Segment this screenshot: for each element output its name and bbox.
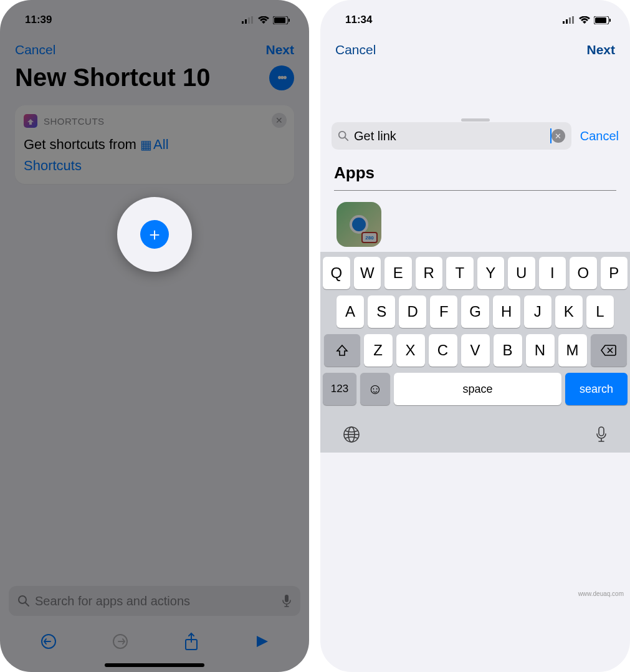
home-indicator[interactable] bbox=[105, 663, 204, 667]
close-icon: ✕ bbox=[275, 115, 283, 125]
dictate-button[interactable] bbox=[595, 426, 608, 443]
dictate-icon[interactable] bbox=[282, 594, 292, 608]
svg-rect-15 bbox=[566, 19, 568, 24]
cancel-button[interactable]: Cancel bbox=[15, 42, 55, 57]
nav-bar: Cancel Next bbox=[0, 31, 309, 60]
key-d[interactable]: D bbox=[399, 295, 426, 328]
svg-rect-3 bbox=[251, 16, 253, 24]
search-input[interactable]: Get link ✕ bbox=[332, 122, 571, 150]
svg-rect-20 bbox=[609, 19, 611, 22]
card-prefix-text: Get shortcuts from bbox=[24, 137, 136, 152]
key-w[interactable]: W bbox=[354, 257, 381, 289]
svg-rect-26 bbox=[599, 427, 604, 436]
more-button[interactable]: ••• bbox=[269, 65, 294, 90]
cancel-search-button[interactable]: Cancel bbox=[580, 129, 619, 143]
key-k[interactable]: K bbox=[555, 295, 583, 328]
svg-point-21 bbox=[339, 132, 346, 138]
key-g[interactable]: G bbox=[461, 295, 489, 328]
action-card[interactable]: SHORTCUTS ✕ Get shortcuts from ▦All Shor… bbox=[15, 105, 294, 184]
key-search[interactable]: search bbox=[565, 373, 628, 405]
battery-icon bbox=[273, 16, 290, 24]
shortcut-title: New Shortcut 10 bbox=[15, 64, 210, 92]
key-q[interactable]: Q bbox=[323, 257, 350, 289]
key-x[interactable]: X bbox=[396, 334, 425, 367]
status-bar: 11:39 bbox=[0, 0, 309, 31]
nav-bar-bg: Cancel Next bbox=[320, 31, 630, 60]
svg-line-22 bbox=[345, 138, 348, 141]
svg-line-9 bbox=[26, 603, 29, 606]
title-row: New Shortcut 10 ••• bbox=[0, 60, 309, 98]
key-backspace[interactable] bbox=[591, 334, 627, 367]
card-app-label: SHORTCUTS bbox=[44, 116, 105, 127]
search-value: Get link bbox=[354, 129, 550, 143]
key-shift[interactable] bbox=[324, 334, 360, 367]
card-close-button[interactable]: ✕ bbox=[272, 113, 287, 128]
kb-row-1: Q W E R T Y U I O P bbox=[323, 257, 628, 289]
key-e[interactable]: E bbox=[384, 257, 412, 289]
action-picker-sheet: Get link ✕ Cancel Apps 280 Maps Actions bbox=[320, 115, 630, 453]
key-emoji[interactable]: ☺ bbox=[360, 373, 390, 405]
keyboard-bottom-bar bbox=[320, 416, 630, 453]
key-v[interactable]: V bbox=[461, 334, 490, 367]
key-m[interactable]: M bbox=[558, 334, 587, 367]
status-icons bbox=[563, 16, 611, 24]
key-r[interactable]: R bbox=[416, 257, 443, 289]
kb-row-3: Z X C V B N M bbox=[323, 334, 628, 367]
key-t[interactable]: T bbox=[446, 257, 474, 289]
key-c[interactable]: C bbox=[429, 334, 457, 367]
card-subline[interactable]: Shortcuts bbox=[24, 153, 285, 174]
key-a[interactable]: A bbox=[336, 295, 364, 328]
grid-icon: ▦ bbox=[140, 138, 152, 151]
close-icon: ✕ bbox=[555, 132, 561, 141]
card-folder-value[interactable]: All bbox=[153, 137, 168, 152]
keyboard[interactable]: Q W E R T Y U I O P A S D F G H J K L bbox=[320, 252, 630, 416]
add-action-button[interactable]: ＋ bbox=[140, 220, 169, 249]
section-apps-title: Apps bbox=[320, 150, 630, 190]
search-bar[interactable]: Search for apps and actions bbox=[9, 586, 300, 616]
emoji-icon: ☺ bbox=[368, 380, 383, 398]
key-p[interactable]: P bbox=[601, 257, 628, 289]
svg-point-8 bbox=[19, 596, 26, 603]
backspace-icon bbox=[601, 344, 617, 357]
bottom-toolbar bbox=[0, 623, 309, 666]
svg-rect-0 bbox=[242, 21, 244, 24]
key-j[interactable]: J bbox=[524, 295, 551, 328]
sheet-grabber[interactable] bbox=[461, 118, 490, 122]
add-action-highlight: ＋ bbox=[117, 197, 192, 272]
run-button[interactable] bbox=[254, 634, 269, 649]
key-u[interactable]: U bbox=[508, 257, 535, 289]
battery-icon bbox=[594, 16, 611, 24]
svg-rect-16 bbox=[569, 17, 571, 24]
key-h[interactable]: H bbox=[493, 295, 520, 328]
wifi-icon bbox=[579, 16, 590, 24]
undo-button[interactable] bbox=[41, 633, 57, 650]
search-icon bbox=[338, 130, 349, 142]
globe-button[interactable] bbox=[343, 426, 360, 443]
key-123[interactable]: 123 bbox=[323, 373, 356, 405]
key-o[interactable]: O bbox=[570, 257, 597, 289]
key-l[interactable]: L bbox=[586, 295, 614, 328]
next-button[interactable]: Next bbox=[265, 42, 294, 57]
svg-rect-5 bbox=[274, 17, 285, 23]
key-s[interactable]: S bbox=[368, 295, 395, 328]
key-n[interactable]: N bbox=[526, 334, 555, 367]
left-screenshot: 11:39 Cancel Next New Shortcut 10 ••• SH… bbox=[0, 0, 309, 672]
key-f[interactable]: F bbox=[430, 295, 457, 328]
clear-search-button[interactable]: ✕ bbox=[551, 129, 565, 143]
kb-row-2: A S D F G H J K L bbox=[323, 295, 628, 328]
key-z[interactable]: Z bbox=[364, 334, 393, 367]
share-button[interactable] bbox=[184, 632, 199, 651]
key-b[interactable]: B bbox=[494, 334, 522, 367]
status-time: 11:39 bbox=[25, 14, 52, 26]
ellipsis-icon: ••• bbox=[278, 71, 286, 84]
svg-rect-14 bbox=[563, 21, 565, 24]
svg-rect-19 bbox=[595, 17, 606, 23]
shift-icon bbox=[336, 344, 348, 357]
key-space[interactable]: space bbox=[394, 373, 561, 405]
watermark: www.deuaq.com bbox=[578, 590, 624, 597]
svg-rect-17 bbox=[572, 16, 574, 24]
redo-button bbox=[112, 633, 128, 650]
key-i[interactable]: I bbox=[539, 257, 566, 289]
key-y[interactable]: Y bbox=[477, 257, 505, 289]
wifi-icon bbox=[258, 16, 269, 24]
